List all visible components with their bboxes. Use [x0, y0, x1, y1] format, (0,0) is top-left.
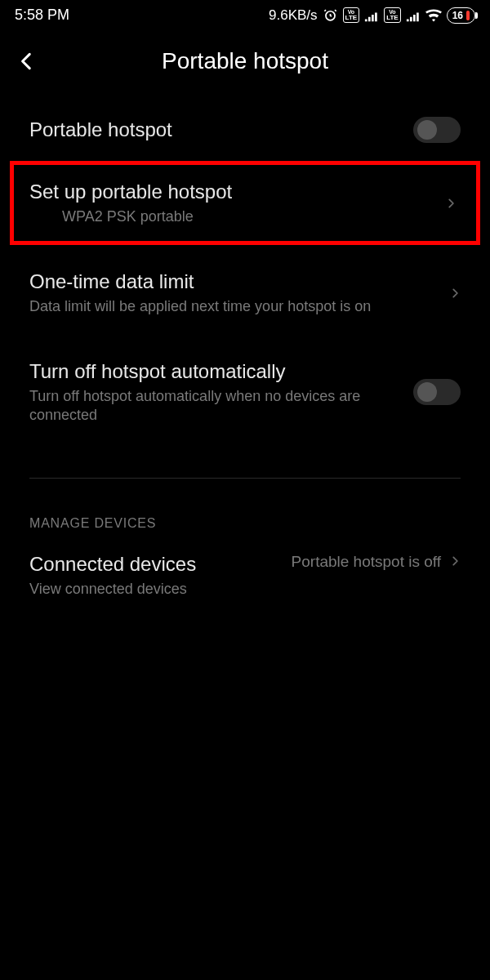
row-title: Turn off hotspot automatically [29, 359, 403, 384]
row-subtitle: Data limit will be applied next time you… [29, 297, 439, 316]
battery-icon: 16 [447, 7, 475, 24]
lte-badge-1: VoLTE [343, 7, 360, 23]
row-title: Connected devices [29, 552, 282, 577]
status-speed: 9.6KB/s [269, 7, 318, 24]
row-title: One-time data limit [29, 270, 439, 294]
row-hotspot-toggle[interactable]: Portable hotspot [0, 99, 490, 161]
row-subtitle: Turn off hotspot automatically when no d… [29, 387, 403, 425]
row-setup-hotspot[interactable]: Set up portable hotspot WPA2 PSK portabl… [10, 161, 480, 245]
chevron-right-icon [449, 284, 461, 302]
status-time: 5:58 PM [15, 7, 69, 24]
alarm-icon [323, 7, 338, 23]
chevron-right-icon [445, 194, 457, 212]
status-bar: 5:58 PM 9.6KB/s VoLTE VoLTE 16 [0, 0, 490, 27]
row-auto-off[interactable]: Turn off hotspot automatically Turn off … [0, 335, 490, 443]
signal-icon-2 [406, 9, 421, 22]
section-manage-devices: MANAGE DEVICES [0, 479, 490, 541]
row-title: Portable hotspot [29, 118, 403, 142]
row-data-limit[interactable]: One-time data limit Data limit will be a… [0, 245, 490, 334]
chevron-right-icon [449, 552, 461, 570]
hotspot-toggle[interactable] [413, 117, 461, 143]
page-header: Portable hotspot [0, 27, 490, 99]
row-connected-devices[interactable]: Connected devices View connected devices… [0, 541, 490, 617]
row-title: Set up portable hotspot [29, 180, 435, 204]
wifi-icon [425, 9, 442, 22]
signal-icon-1 [364, 9, 379, 22]
page-title: Portable hotspot [16, 48, 474, 74]
row-value: Portable hotspot is off [292, 552, 441, 572]
lte-badge-2: VoLTE [384, 7, 401, 23]
row-subtitle: WPA2 PSK portable [29, 207, 435, 226]
row-subtitle: View connected devices [29, 580, 282, 599]
auto-off-toggle[interactable] [413, 379, 461, 405]
